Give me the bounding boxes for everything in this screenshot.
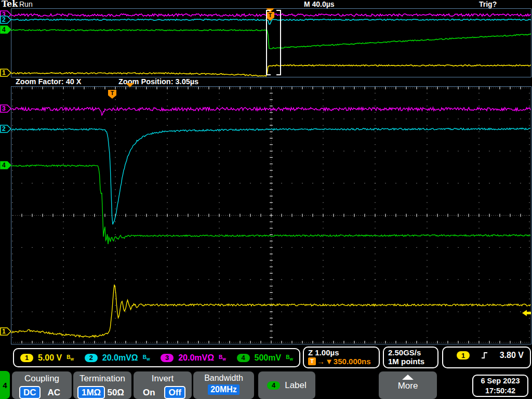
zoom-center-position-icon xyxy=(126,83,134,87)
channel-scale-readouts: 1 5.00 V BW 2 20.0mVΩ BW 3 20.0mVΩ BW 4 … xyxy=(13,348,300,367)
trigger-t-icon: T xyxy=(308,357,316,365)
zoom-info-bar: Zoom Factor: 40 X Zoom Position: 3.05µs xyxy=(0,77,532,86)
tek-logo: Tek xyxy=(2,0,18,9)
sample-rate: 2.50GS/s xyxy=(388,348,433,357)
zoom-factor-readout: Zoom Factor: 40 X xyxy=(16,77,82,86)
termination-button[interactable]: Termination 1MΩ 50Ω xyxy=(73,371,131,399)
acquisition-status: Run xyxy=(19,0,33,8)
ch1-bandwidth-limit-icon: BW xyxy=(66,354,74,361)
ch2-marker-main: 2 xyxy=(0,125,11,133)
ch3-scale: 20.0mVΩ xyxy=(178,353,214,363)
zoom-scale: Z 1.00µs xyxy=(308,348,375,357)
trigger-status: Trig? xyxy=(479,0,497,8)
ch4-bandwidth-limit-icon: BW xyxy=(286,354,293,361)
trigger-source-badge: 1 xyxy=(457,351,470,360)
zoom-timebase-readout: Z 1.00µs T → ▼ 350.000ns xyxy=(303,347,380,368)
bandwidth-value[interactable]: 20MHz xyxy=(208,384,240,395)
ch1-scale: 5.00 V xyxy=(38,353,62,363)
ch2-scale: 20.0mVΩ xyxy=(102,353,138,363)
invert-option-off[interactable]: Off xyxy=(164,386,185,399)
trigger-readout: 1 3.80 V xyxy=(442,347,531,368)
ch2-badge: 2 xyxy=(85,354,98,362)
main-timebase-readout: M 40.0µs xyxy=(304,0,335,8)
ch1-marker-main: 1 xyxy=(0,327,11,336)
zoom-window-bracket[interactable] xyxy=(265,9,282,77)
coupling-button[interactable]: Coupling DC AC xyxy=(12,371,72,399)
ch3-badge: 3 xyxy=(161,354,174,362)
ch4-marker-overview: 4 xyxy=(0,25,11,34)
arrow-icon: → xyxy=(317,357,325,366)
label-channel-badge: 4 xyxy=(267,381,280,390)
ch4-badge: 4 xyxy=(237,354,250,362)
triangle-icon: ▼ xyxy=(325,357,333,366)
ch3-bandwidth-limit-icon: BW xyxy=(219,354,226,361)
trigger-level: 3.80 V xyxy=(500,351,524,360)
invert-option-on[interactable]: On xyxy=(143,388,155,398)
ch3-marker-main: 3 xyxy=(0,104,11,113)
termination-option-1m[interactable]: 1MΩ xyxy=(77,386,105,399)
record-length: 1M points xyxy=(388,357,433,366)
termination-title: Termination xyxy=(73,374,131,384)
label-title: Label xyxy=(285,380,307,391)
invert-button[interactable]: Invert On Off xyxy=(134,371,192,399)
menu-channel-tab[interactable]: 4 xyxy=(0,371,10,399)
label-button[interactable]: 4 Label xyxy=(258,371,315,399)
termination-option-50[interactable]: 50Ω xyxy=(107,388,124,398)
more-button[interactable]: More xyxy=(379,371,437,399)
bandwidth-title: Bandwidth xyxy=(193,374,254,383)
coupling-title: Coupling xyxy=(12,374,72,384)
acquisition-readout: 2.50GS/s 1M points xyxy=(383,347,438,368)
top-status-bar: Tek Run M 40.0µs Trig? xyxy=(0,0,532,8)
ch2-marker-overview: 2 xyxy=(0,16,11,24)
main-waveform-display xyxy=(11,87,531,344)
bandwidth-button[interactable]: Bandwidth 20MHz xyxy=(193,371,254,399)
rising-edge-icon xyxy=(481,351,488,360)
date-readout: 6 Sep 2023 xyxy=(473,376,527,386)
main-waveform-panel xyxy=(11,86,531,344)
ch4-marker-main: 4 xyxy=(0,161,11,169)
up-arrow-icon xyxy=(402,375,414,380)
coupling-option-ac[interactable]: AC xyxy=(47,388,60,398)
coupling-option-dc[interactable]: DC xyxy=(19,386,41,399)
time-readout: 17:50:42 xyxy=(473,386,527,396)
more-title: More xyxy=(379,381,437,391)
datetime-box: 6 Sep 2023 17:50:42 xyxy=(472,375,528,397)
ch1-marker-overview: 1 xyxy=(0,69,11,77)
trigger-delay-readout: 350.000ns xyxy=(334,357,371,366)
invert-title: Invert xyxy=(134,374,192,384)
ch1-badge: 1 xyxy=(20,354,33,362)
ch4-scale: 500mV xyxy=(255,353,282,363)
ch2-bandwidth-limit-icon: BW xyxy=(143,354,150,361)
trigger-level-arrow-icon xyxy=(522,310,531,316)
